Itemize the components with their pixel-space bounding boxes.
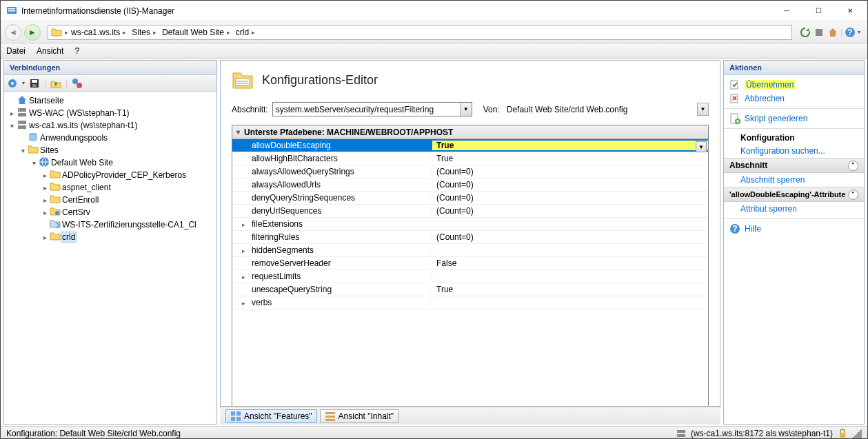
save-icon[interactable]: [29, 78, 40, 89]
property-grid[interactable]: ▾ Unterste Pfadebene: MACHINE/WEBROOT/AP…: [232, 125, 709, 407]
expand-icon[interactable]: ▸: [40, 209, 50, 216]
address-bar[interactable]: ▸ ws-ca1.ws.its▸ Sites▸ Default Web Site…: [48, 25, 792, 40]
property-value[interactable]: (Count=0): [432, 180, 708, 190]
property-value[interactable]: (Count=0): [432, 167, 708, 176]
tree-item[interactable]: ▸CertSrv: [6, 206, 215, 218]
apply-action[interactable]: Übernehmen: [724, 78, 864, 92]
collapse-icon[interactable]: ▾: [236, 128, 240, 136]
lock-section-action[interactable]: Abschnitt sperren: [724, 173, 864, 187]
section-combo[interactable]: system.webServer/security/requestFilteri…: [272, 102, 472, 116]
expand-icon[interactable]: ▸: [7, 110, 17, 117]
chevron-down-icon[interactable]: ▼: [696, 141, 707, 152]
folder-icon: [50, 181, 61, 194]
back-button[interactable]: ◄: [5, 24, 21, 41]
tree-item[interactable]: WS-ITS-Zertifizierungsstelle-CA1_Cl: [6, 218, 215, 231]
tree-item-label: ADPolicyProvider_CEP_Kerberos: [61, 170, 188, 180]
property-row[interactable]: allowDoubleEscapingTrue▼: [232, 139, 708, 152]
section-subheader[interactable]: Abschnitt ˄: [724, 158, 864, 173]
tree-item[interactable]: ▸WS-WAC (WS\stephan-T1): [6, 107, 215, 119]
chevron-down-icon[interactable]: ▼: [460, 103, 472, 116]
breadcrumb-item[interactable]: ws-ca1.ws.its▸: [68, 25, 129, 39]
titlebar: Internetinformationsdienste (IIS)-Manage…: [1, 1, 867, 21]
expand-icon[interactable]: ▸: [40, 184, 50, 192]
property-row[interactable]: ▸fileExtensions: [232, 218, 708, 231]
forward-button[interactable]: ►: [24, 24, 41, 41]
property-row[interactable]: alwaysAllowedQueryStrings(Count=0): [232, 165, 708, 178]
tree-item[interactable]: ▾Sites: [6, 144, 215, 156]
expand-icon[interactable]: ▸: [40, 172, 50, 179]
property-row[interactable]: denyUrlSequences(Count=0): [232, 205, 708, 218]
property-value[interactable]: (Count=0): [432, 232, 708, 242]
lock-icon: [837, 428, 848, 439]
menu-help[interactable]: ?: [74, 46, 79, 56]
help-action[interactable]: ? Hilfe: [724, 222, 864, 236]
property-row[interactable]: denyQueryStringSequences(Count=0): [232, 192, 708, 205]
delete-connection-icon[interactable]: [72, 78, 83, 89]
tree-item[interactable]: Startseite: [6, 94, 215, 107]
stop-icon[interactable]: [813, 26, 825, 39]
home-icon[interactable]: [827, 26, 839, 39]
expand-icon[interactable]: ▾: [29, 159, 39, 167]
expand-icon[interactable]: ▾: [18, 147, 28, 154]
property-value[interactable]: False: [432, 258, 708, 268]
breadcrumb-item[interactable]: crld▸: [233, 25, 258, 39]
config-search-action[interactable]: Konfiguration suchen...: [724, 144, 864, 158]
property-value[interactable]: (Count=0): [432, 193, 708, 203]
expand-icon[interactable]: ▸: [239, 300, 248, 307]
property-row[interactable]: ▸hiddenSegments: [232, 244, 708, 257]
tree-item-label: CertEnroll: [61, 195, 100, 205]
property-row[interactable]: ▸requestLimits: [232, 270, 708, 283]
expand-icon[interactable]: ▾: [7, 122, 17, 130]
property-row[interactable]: allowHighBitCharactersTrue: [232, 152, 708, 165]
breadcrumb-item[interactable]: Default Web Site▸: [159, 25, 233, 39]
connect-icon[interactable]: [7, 78, 18, 89]
expand-icon[interactable]: ▸: [40, 196, 50, 204]
tree-item[interactable]: ▾Default Web Site: [6, 156, 215, 169]
property-value[interactable]: True: [432, 154, 708, 163]
property-row[interactable]: filteringRules(Count=0): [232, 231, 708, 244]
help-icon[interactable]: ?: [844, 26, 856, 39]
property-grid-header[interactable]: ▾ Unterste Pfadebene: MACHINE/WEBROOT/AP…: [232, 125, 708, 139]
property-row[interactable]: alwaysAllowedUrls(Count=0): [232, 178, 708, 192]
lock-attribute-action[interactable]: Attribut sperren: [724, 202, 864, 216]
tree-item[interactable]: ▸aspnet_client: [6, 181, 215, 194]
refresh-icon[interactable]: [799, 26, 811, 39]
tree-item[interactable]: ▸ADPolicyProvider_CEP_Kerberos: [6, 169, 215, 181]
breadcrumb-item[interactable]: Sites▸: [129, 25, 159, 39]
expand-icon[interactable]: ▸: [239, 221, 248, 228]
menu-file[interactable]: Datei: [6, 46, 26, 56]
cancel-action[interactable]: Abbrechen: [724, 92, 864, 105]
folder-icon: [50, 169, 61, 182]
center-panel: Konfigurations-Editor Abschnitt: system.…: [220, 60, 720, 425]
features-view-button[interactable]: Ansicht "Features": [225, 409, 317, 423]
svg-rect-24: [236, 411, 241, 416]
property-value[interactable]: (Count=0): [432, 206, 708, 216]
property-value[interactable]: True: [432, 285, 708, 294]
from-dropdown[interactable]: ▼: [697, 103, 709, 116]
property-row[interactable]: removeServerHeaderFalse: [232, 257, 708, 270]
tree-item[interactable]: ▾ws-ca1.ws.its (ws\stephan-t1): [6, 119, 215, 132]
maximize-button[interactable]: ☐: [803, 1, 834, 21]
property-value[interactable]: True▼: [432, 141, 708, 150]
content-view-button[interactable]: Ansicht "Inhalt": [320, 409, 399, 423]
svg-rect-30: [731, 81, 738, 89]
tree-item[interactable]: ▸crld: [6, 231, 215, 243]
connections-tree[interactable]: Startseite▸WS-WAC (WS\stephan-T1)▾ws-ca1…: [4, 92, 216, 424]
up-icon[interactable]: [50, 78, 61, 89]
generate-script-action[interactable]: Skript generieren: [724, 112, 864, 125]
collapse-button[interactable]: ˄: [848, 190, 858, 200]
attribute-subheader[interactable]: 'allowDoubleEscaping'-Attribute ˄: [724, 187, 864, 202]
property-row[interactable]: unescapeQueryStringTrue: [232, 283, 708, 296]
tree-item[interactable]: ▸CertEnroll: [6, 194, 215, 206]
minimize-button[interactable]: ─: [771, 1, 803, 21]
expand-icon[interactable]: ▸: [239, 247, 248, 254]
menu-view[interactable]: Ansicht: [37, 46, 63, 56]
tree-item[interactable]: Anwendungspools: [6, 132, 215, 144]
expand-icon[interactable]: ▸: [40, 234, 50, 241]
tree-item-label: WS-ITS-Zertifizierungsstelle-CA1_Cl: [61, 220, 198, 229]
collapse-button[interactable]: ˄: [848, 161, 858, 171]
property-row[interactable]: ▸verbs: [232, 296, 708, 309]
expand-icon[interactable]: ▸: [239, 274, 248, 280]
status-left: Konfiguration: Default Web Site/crld Web…: [6, 429, 181, 438]
close-button[interactable]: ✕: [834, 1, 866, 21]
